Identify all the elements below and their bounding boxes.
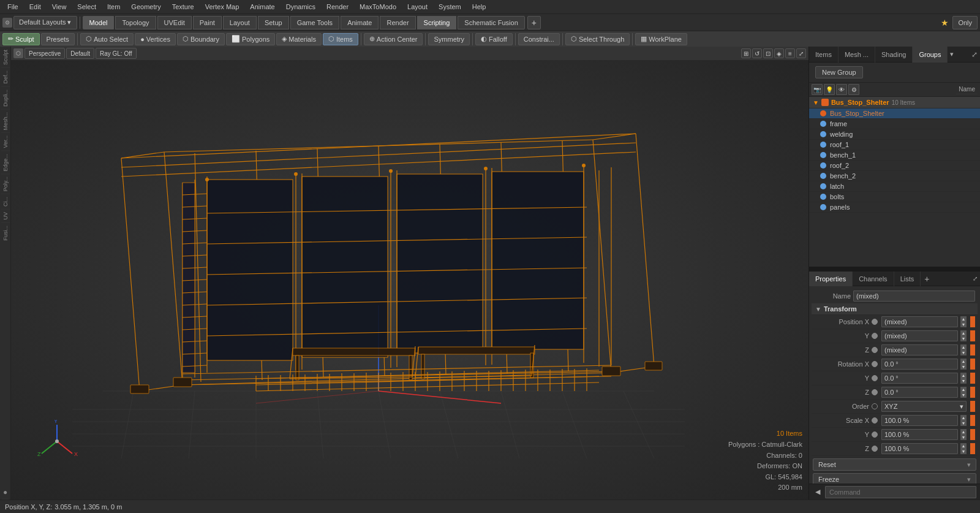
menu-file[interactable]: File xyxy=(2,2,23,12)
rot-x-down[interactable]: ▼ xyxy=(960,364,967,370)
layouts-dropdown[interactable]: Default Layouts ▾ xyxy=(13,16,77,29)
vp-icon-settings[interactable]: ≡ xyxy=(785,48,795,58)
props-add-tab[interactable]: + xyxy=(921,274,933,284)
rp-expand-icon[interactable]: ⤢ xyxy=(969,50,980,59)
menu-render[interactable]: Render xyxy=(322,2,353,12)
order-dropdown[interactable]: XYZ ▾ xyxy=(881,401,967,412)
new-group-button[interactable]: New Group xyxy=(815,66,863,78)
vp-icon-render[interactable]: ◈ xyxy=(774,48,784,58)
props-tab-properties[interactable]: Properties xyxy=(809,272,853,286)
vp-icon-refresh[interactable]: ↺ xyxy=(752,48,762,58)
item-row-roof1[interactable]: roof_1 xyxy=(809,140,980,150)
vtab-ver[interactable]: Ver... xyxy=(1,132,10,151)
item-row-bolts[interactable]: bolts xyxy=(809,192,980,202)
menu-animate[interactable]: Animate xyxy=(245,2,279,12)
tab-schematic-fusion[interactable]: Schematic Fusion xyxy=(458,16,524,29)
items-camera-icon[interactable]: 📷 xyxy=(812,84,823,95)
pos-y-down[interactable]: ▼ xyxy=(960,336,967,341)
items-settings-icon[interactable]: ⚙ xyxy=(848,84,859,95)
vtab-fusi[interactable]: Fusi... xyxy=(1,222,10,243)
polygons-button[interactable]: ⬜Polygons xyxy=(226,33,275,45)
reset-button[interactable]: Reset ▾ xyxy=(813,458,976,471)
items-mode-button[interactable]: ⬡Items xyxy=(323,33,358,45)
item-row-bus-stop-shelter[interactable]: Bus_Stop_Shelter xyxy=(809,108,980,119)
viewport-canvas[interactable]: X Z Y 10 Items Polygons : Catmull-Clark … xyxy=(11,60,809,500)
ray-toggle[interactable]: Ray GL: Off xyxy=(96,48,137,59)
vtab-sculpt[interactable]: Sculpt xyxy=(1,47,10,67)
add-tab-button[interactable]: + xyxy=(527,16,541,29)
rp-tab-groups[interactable]: Groups xyxy=(913,47,948,63)
rot-x-value[interactable]: 0.0 ° xyxy=(881,359,958,370)
rot-y-value[interactable]: 0.0 ° xyxy=(881,373,958,384)
pos-x-up[interactable]: ▲ xyxy=(960,316,967,322)
pos-z-down[interactable]: ▼ xyxy=(960,350,967,355)
falloff-button[interactable]: ◐Falloff xyxy=(475,33,513,45)
vtab-mesh[interactable]: Mesh... xyxy=(1,109,10,133)
vp-icon-expand[interactable]: ⤢ xyxy=(796,48,806,58)
tab-game-tools[interactable]: Game Tools xyxy=(290,16,340,29)
pos-y-up[interactable]: ▲ xyxy=(960,330,967,336)
item-row-bench2[interactable]: bench_2 xyxy=(809,171,980,181)
symmetry-button[interactable]: Symmetry xyxy=(428,33,470,45)
rp-tab-shading[interactable]: Shading xyxy=(875,47,913,63)
items-visibility-icon[interactable]: 👁 xyxy=(836,84,847,95)
item-row-panels[interactable]: panels xyxy=(809,202,980,213)
auto-select-button[interactable]: ⬡Auto Select xyxy=(80,33,134,45)
tab-paint[interactable]: Paint xyxy=(193,16,222,29)
rp-tab-items[interactable]: Items xyxy=(809,47,839,63)
constrain-button[interactable]: Constrai... xyxy=(518,33,560,45)
menu-select[interactable]: Select xyxy=(72,2,101,12)
tab-uvedit[interactable]: UVEdit xyxy=(157,16,192,29)
scale-y-down[interactable]: ▼ xyxy=(960,435,967,440)
props-tab-lists[interactable]: Lists xyxy=(894,272,921,286)
rot-y-up[interactable]: ▲ xyxy=(960,373,967,378)
rot-x-up[interactable]: ▲ xyxy=(960,359,967,364)
rot-z-value[interactable]: 0.0 ° xyxy=(881,387,958,398)
menu-view[interactable]: View xyxy=(47,2,72,12)
pos-z-up[interactable]: ▲ xyxy=(960,344,967,350)
only-button[interactable]: Only xyxy=(952,16,978,29)
vtab-dupli[interactable]: Dupli... xyxy=(1,86,10,109)
item-row-latch[interactable]: latch xyxy=(809,181,980,192)
cmd-collapse-icon[interactable]: ◀ xyxy=(813,487,823,497)
item-row-bench1[interactable]: bench_1 xyxy=(809,150,980,161)
vtab-poly[interactable]: Poly... xyxy=(1,173,10,194)
menu-texture[interactable]: Texture xyxy=(167,2,199,12)
scale-z-value[interactable]: 100.0 % xyxy=(881,443,958,454)
scale-x-value[interactable]: 100.0 % xyxy=(881,415,958,426)
group-header[interactable]: ▼ Bus_Stop_Shelter 10 Items xyxy=(809,97,980,108)
menu-dynamics[interactable]: Dynamics xyxy=(281,2,320,12)
scale-z-up[interactable]: ▲ xyxy=(960,443,967,449)
rp-tab-dropdown[interactable]: ▾ xyxy=(948,50,956,58)
tab-model[interactable]: Model xyxy=(83,16,115,29)
tab-topology[interactable]: Topology xyxy=(115,16,156,29)
perspective-dropdown[interactable]: Perspective xyxy=(24,48,65,59)
tab-animate[interactable]: Animate xyxy=(341,16,379,29)
default-dropdown[interactable]: Default xyxy=(66,48,94,59)
items-list-area[interactable]: ▼ Bus_Stop_Shelter 10 Items Bus_Stop_She… xyxy=(809,97,980,267)
scale-y-value[interactable]: 100.0 % xyxy=(881,429,958,440)
sculpt-button[interactable]: ✏ Sculpt xyxy=(2,33,40,45)
menu-layout[interactable]: Layout xyxy=(402,2,432,12)
transform-section-header[interactable]: ▼ Transform xyxy=(812,303,978,315)
tab-scripting[interactable]: Scripting xyxy=(417,16,457,29)
scale-x-up[interactable]: ▲ xyxy=(960,415,967,420)
prop-name-input[interactable] xyxy=(853,291,975,302)
pos-y-value[interactable]: (mixed) xyxy=(881,330,958,341)
menu-edit[interactable]: Edit xyxy=(24,2,46,12)
boundary-button[interactable]: ⬡Boundary xyxy=(177,33,225,45)
scale-y-up[interactable]: ▲ xyxy=(960,429,967,435)
rot-z-down[interactable]: ▼ xyxy=(960,392,967,398)
scale-z-down[interactable]: ▼ xyxy=(960,449,967,454)
tab-setup[interactable]: Setup xyxy=(258,16,289,29)
item-row-welding[interactable]: welding xyxy=(809,129,980,140)
viewport[interactable]: ⬡ Perspective Default Ray GL: Off ⊞ ↺ ⊡ … xyxy=(11,47,809,500)
vtab-edge[interactable]: Edge... xyxy=(1,151,10,174)
menu-item[interactable]: Item xyxy=(102,2,125,12)
vtab-bottom[interactable]: ● xyxy=(2,485,9,500)
select-through-button[interactable]: ⬡Select Through xyxy=(565,33,630,45)
workplane-button[interactable]: ▦WorkPlane xyxy=(635,33,687,45)
rp-tab-mesh[interactable]: Mesh ... xyxy=(839,47,875,63)
materials-button[interactable]: ◈Materials xyxy=(276,33,322,45)
vp-icon-grid[interactable]: ⊞ xyxy=(741,48,751,58)
